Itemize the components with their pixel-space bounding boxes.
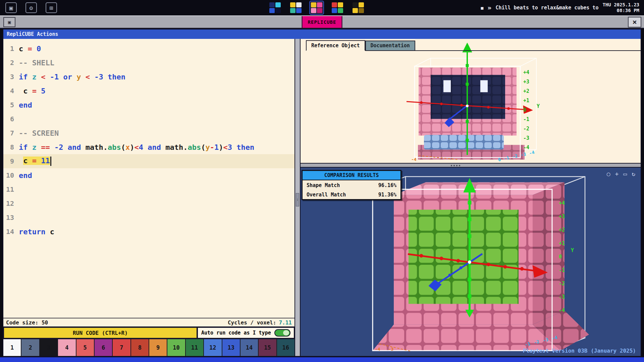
comparison-row: Shape Match96.16% (303, 180, 400, 190)
palette-color-5[interactable]: 5 (76, 339, 95, 356)
code-line[interactable]: 1c = 0 (3, 42, 294, 56)
window-title-tab[interactable]: REPLICUBE (302, 16, 342, 28)
autorun-toggle[interactable] (274, 329, 290, 337)
reference-x-ticks: -4 (411, 157, 417, 162)
palette-color-10[interactable]: 10 (167, 339, 185, 356)
window-icon[interactable]: ▣ (5, 2, 17, 13)
system-clock: THU 2025.1.23 08:36 PM (602, 2, 639, 13)
code-line[interactable]: 6 (3, 112, 294, 126)
code-size-label: Code size: 50 (6, 319, 48, 326)
line-number: 9 (3, 157, 19, 165)
palette-color-7[interactable]: 7 (113, 339, 131, 356)
palette-color-4[interactable]: 4 (58, 339, 76, 356)
clock-date: THU 2025.1.23 (602, 2, 639, 8)
palette-color-14[interactable]: 14 (240, 339, 259, 356)
scrollbar-thumb[interactable] (296, 193, 299, 206)
line-number: 8 (3, 143, 19, 151)
palette-color-12[interactable]: 12 (204, 339, 222, 356)
origin-dot (466, 105, 469, 107)
code-line[interactable]: 12 (3, 196, 294, 210)
comparison-value: 96.16% (378, 182, 396, 188)
gear-icon[interactable]: ⚙ (25, 2, 37, 13)
palette-color-8[interactable]: 8 (131, 339, 149, 356)
line-number: 10 (3, 171, 19, 179)
reference-tabs: Reference ObjectDocumentation (306, 40, 641, 51)
axis-tick: -2 (523, 124, 529, 133)
system-icon-row: ▣⚙⊞ (0, 2, 57, 13)
run-code-button[interactable]: RUN CODE (CTRL+R) (3, 327, 197, 339)
window-menu-button[interactable]: ▣ (3, 17, 15, 27)
palette-color-1[interactable]: 1 (3, 339, 21, 356)
code-line[interactable]: 7-- SCREEN (3, 126, 294, 140)
code-text: -- SHELL (19, 59, 54, 67)
autorun-control: Auto run code as I type (197, 327, 294, 339)
window-header: RepliCUBE Actions (3, 29, 641, 39)
code-line[interactable]: 10end (3, 168, 294, 182)
code-line[interactable]: 13 (3, 210, 294, 225)
code-line[interactable]: 2-- SHELL (3, 56, 294, 70)
cube-pair-app-icon[interactable] (352, 1, 365, 14)
add-window-icon[interactable]: ⊞ (46, 2, 57, 13)
cycles-value: 7.11 (279, 319, 292, 326)
code-text: c = 11 (19, 157, 51, 166)
bottom-taskbar-strip (0, 357, 644, 362)
editor-status-bar: Code size: 50 Cycles / voxel:7.11 (3, 318, 294, 326)
crosshair-icon[interactable]: + (615, 170, 619, 178)
panel-icon[interactable]: ▭ (623, 170, 627, 178)
line-number: 1 (3, 45, 19, 53)
cycles-label: Cycles / voxel:7.11 (228, 319, 292, 326)
comparison-body: Shape Match96.16%Overall Match91.36% (303, 180, 400, 199)
tab-documentation[interactable]: Documentation (365, 41, 415, 51)
palette-color-16[interactable]: 16 (277, 339, 294, 356)
panel-divider[interactable] (301, 164, 641, 168)
axis-tick: -2 (512, 153, 518, 159)
build-y-ticks: +4+3+2+10-1-2-3-4 (559, 196, 565, 317)
origin-dot (468, 260, 471, 264)
code-lines[interactable]: 1c = 02-- SHELL3if z < -1 or y < -3 then… (3, 39, 294, 318)
reference-3d-view[interactable] (301, 39, 641, 163)
palette-color-9[interactable]: 9 (149, 339, 167, 356)
code-line[interactable]: 3if z < -1 or y < -3 then (3, 70, 294, 84)
taskbar-status-area: ■ » Chill beats to relax&make cubes to T… (481, 2, 644, 13)
axis-tick: -4 (375, 347, 380, 352)
cube-stack-app-icon[interactable] (289, 1, 303, 14)
code-line[interactable]: 9 c = 11 (3, 154, 294, 168)
axis-tick: +3 (523, 77, 529, 86)
line-number: 5 (3, 101, 19, 109)
tab-reference-object[interactable]: Reference Object (306, 40, 365, 51)
code-line[interactable]: 14return c (3, 225, 294, 239)
close-button[interactable]: × (628, 17, 641, 27)
axis-tick: -3 (523, 133, 529, 143)
code-line[interactable]: 4 c = 5 (3, 84, 294, 98)
color-grid-app-icon[interactable] (331, 1, 344, 14)
axis-tick: -1 (559, 263, 565, 277)
refresh-icon[interactable]: ↻ (632, 170, 635, 178)
palette-color-15[interactable]: 15 (259, 339, 277, 356)
selection-highlight: c = 11 (23, 157, 50, 165)
palette-color-3[interactable]: 3 (40, 339, 58, 356)
palette-color-11[interactable]: 11 (186, 339, 204, 356)
code-line[interactable]: 5end (3, 98, 294, 112)
axis-tick: -3 (388, 347, 394, 352)
palette-color-2[interactable]: 2 (21, 339, 40, 356)
axis-tick: -1 (523, 115, 529, 124)
line-number: 6 (3, 115, 19, 123)
code-line[interactable]: 8if z == -2 and math.abs(x)<4 and math.a… (3, 140, 294, 154)
circle-select-icon[interactable]: ○ (607, 170, 610, 178)
axis-tick: -1 (503, 155, 509, 161)
axis-tick: +4 (559, 196, 565, 210)
palette-color-13[interactable]: 13 (222, 339, 240, 356)
comparison-label: Shape Match (307, 182, 340, 188)
replicube-app-icon[interactable] (310, 1, 323, 14)
axis-tick: -3 (559, 290, 565, 304)
music-skip-icon[interactable]: » (487, 4, 491, 12)
line-number: 14 (3, 228, 19, 236)
music-stop-icon[interactable]: ■ (481, 5, 484, 10)
app-icon-row (268, 1, 365, 14)
replicube-window: RepliCUBE Actions 1c = 02-- SHELL3if z <… (3, 29, 641, 357)
palette-color-6[interactable]: 6 (95, 339, 113, 356)
code-text: end (19, 171, 32, 180)
vertical-scrollbar[interactable] (295, 39, 301, 356)
printer-app-icon[interactable] (268, 1, 282, 14)
code-line[interactable]: 11 (3, 182, 294, 196)
